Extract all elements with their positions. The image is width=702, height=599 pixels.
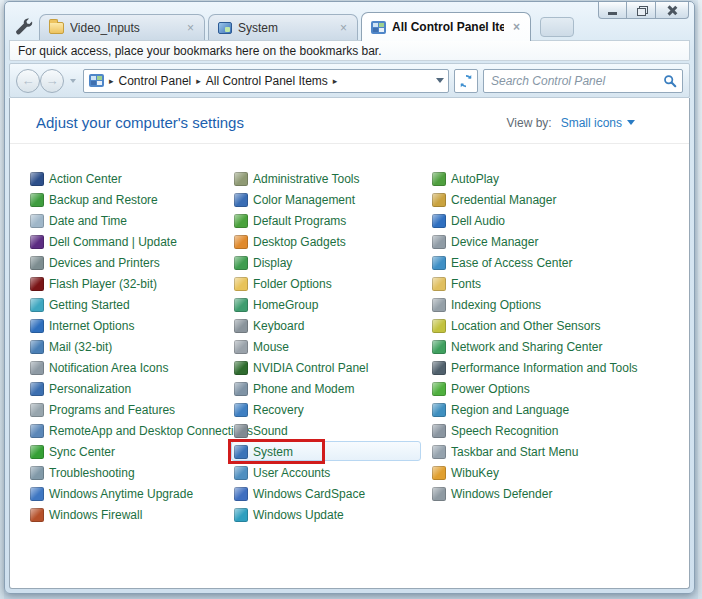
taskbar-and-start-menu-icon (432, 445, 446, 459)
item-label: HomeGroup (253, 298, 318, 312)
search-input[interactable] (491, 74, 663, 88)
view-by-dropdown[interactable]: Small icons (561, 116, 635, 130)
control-panel-item-region-and-language[interactable]: Region and Language (432, 399, 689, 420)
control-panel-item-indexing-options[interactable]: Indexing Options (432, 294, 689, 315)
control-panel-item-internet-options[interactable]: Internet Options (30, 315, 234, 336)
search-box[interactable] (483, 69, 683, 93)
item-label: Phone and Modem (253, 382, 354, 396)
control-panel-item-getting-started[interactable]: Getting Started (30, 294, 234, 315)
control-panel-item-remoteapp-and-desktop-connections[interactable]: RemoteApp and Desktop Connections (30, 420, 234, 441)
control-panel-item-performance-information-and-tools[interactable]: Performance Information and Tools (432, 357, 689, 378)
performance-information-and-tools-icon (432, 361, 446, 375)
item-label: WibuKey (451, 466, 499, 480)
breadcrumb-all-control-panel-items[interactable]: All Control Panel Items (206, 74, 328, 88)
control-panel-item-flash-player-32-bit[interactable]: Flash Player (32-bit) (30, 273, 234, 294)
control-panel-item-credential-manager[interactable]: Credential Manager (432, 189, 689, 210)
control-panel-item-display[interactable]: Display (234, 252, 432, 273)
control-panel-item-windows-anytime-upgrade[interactable]: Windows Anytime Upgrade (30, 483, 234, 504)
item-label: Credential Manager (451, 193, 556, 207)
keyboard-icon (234, 319, 248, 333)
search-icon[interactable] (663, 74, 677, 88)
control-panel-item-autoplay[interactable]: AutoPlay (432, 168, 689, 189)
tab-system[interactable]: System × (208, 14, 358, 40)
annotation-red-box (228, 439, 325, 464)
control-panel-item-network-and-sharing-center[interactable]: Network and Sharing Center (432, 336, 689, 357)
history-dropdown-icon[interactable] (70, 79, 76, 83)
control-panel-item-dell-audio[interactable]: Dell Audio (432, 210, 689, 231)
item-label: Default Programs (253, 214, 346, 228)
control-panel-item-desktop-gadgets[interactable]: Desktop Gadgets (234, 231, 432, 252)
indexing-options-icon (432, 298, 446, 312)
breadcrumb-control-panel[interactable]: Control Panel (119, 74, 192, 88)
control-panel-item-power-options[interactable]: Power Options (432, 378, 689, 399)
control-panel-item-sound[interactable]: Sound (234, 420, 432, 441)
control-panel-item-windows-cardspace[interactable]: Windows CardSpace (234, 483, 432, 504)
back-button[interactable]: ← (16, 69, 40, 93)
location-and-other-sensors-icon (432, 319, 446, 333)
administrative-tools-icon (234, 172, 248, 186)
control-panel-item-backup-and-restore[interactable]: Backup and Restore (30, 189, 234, 210)
control-panel-item-date-and-time[interactable]: Date and Time (30, 210, 234, 231)
control-panel-item-phone-and-modem[interactable]: Phone and Modem (234, 378, 432, 399)
control-panel-item-speech-recognition[interactable]: Speech Recognition (432, 420, 689, 441)
tab-close-icon[interactable]: × (337, 21, 350, 35)
content-header: Adjust your computer's settings View by:… (10, 98, 689, 143)
control-panel-item-notification-area-icons[interactable]: Notification Area Icons (30, 357, 234, 378)
control-panel-item-personalization[interactable]: Personalization (30, 378, 234, 399)
close-button[interactable] (656, 2, 689, 19)
control-panel-item-ease-of-access-center[interactable]: Ease of Access Center (432, 252, 689, 273)
control-panel-content: Adjust your computer's settings View by:… (9, 98, 690, 589)
control-panel-item-color-management[interactable]: Color Management (234, 189, 432, 210)
control-panel-item-default-programs[interactable]: Default Programs (234, 210, 432, 231)
refresh-button[interactable] (454, 69, 478, 93)
control-panel-item-fonts[interactable]: Fonts (432, 273, 689, 294)
item-label: Ease of Access Center (451, 256, 572, 270)
control-panel-item-troubleshooting[interactable]: Troubleshooting (30, 462, 234, 483)
tab-label: All Control Panel Items (392, 20, 504, 34)
minimize-icon (608, 12, 617, 15)
items-column-3: AutoPlayCredential ManagerDell AudioDevi… (432, 168, 689, 525)
control-panel-item-location-and-other-sensors[interactable]: Location and Other Sensors (432, 315, 689, 336)
tab-close-icon[interactable]: × (510, 20, 523, 34)
control-panel-item-taskbar-and-start-menu[interactable]: Taskbar and Start Menu (432, 441, 689, 462)
control-panel-item-user-accounts[interactable]: User Accounts (234, 462, 432, 483)
control-panel-item-wibukey[interactable]: WibuKey (432, 462, 689, 483)
folder-options-icon (234, 277, 248, 291)
control-panel-item-folder-options[interactable]: Folder Options (234, 273, 432, 294)
control-panel-item-windows-defender[interactable]: Windows Defender (432, 483, 689, 504)
item-label: Programs and Features (49, 403, 175, 417)
item-label: Sync Center (49, 445, 115, 459)
control-panel-item-system[interactable]: System (234, 441, 432, 462)
minimize-button[interactable] (598, 2, 627, 19)
tab-all-control-panel-items[interactable]: All Control Panel Items × (361, 12, 531, 41)
control-panel-item-sync-center[interactable]: Sync Center (30, 441, 234, 462)
bookmarks-bar: For quick access, place your bookmarks h… (9, 40, 690, 61)
control-panel-item-homegroup[interactable]: HomeGroup (234, 294, 432, 315)
control-panel-item-device-manager[interactable]: Device Manager (432, 231, 689, 252)
control-panel-item-mail-32-bit[interactable]: Mail (32-bit) (30, 336, 234, 357)
control-panel-item-nvidia-control-panel[interactable]: NVIDIA Control Panel (234, 357, 432, 378)
control-panel-item-keyboard[interactable]: Keyboard (234, 315, 432, 336)
new-tab-button[interactable] (540, 17, 574, 37)
control-panel-item-mouse[interactable]: Mouse (234, 336, 432, 357)
item-label: Region and Language (451, 403, 569, 417)
dell-command-update-icon (30, 235, 44, 249)
restore-button[interactable] (627, 2, 656, 19)
control-panel-item-administrative-tools[interactable]: Administrative Tools (234, 168, 432, 189)
control-panel-item-action-center[interactable]: Action Center (30, 168, 234, 189)
item-label: Dell Command | Update (49, 235, 177, 249)
forward-button[interactable]: → (40, 69, 64, 93)
item-label: Getting Started (49, 298, 130, 312)
control-panel-item-windows-firewall[interactable]: Windows Firewall (30, 504, 234, 525)
control-panel-item-windows-update[interactable]: Windows Update (234, 504, 432, 525)
navigation-toolbar: ← → ▸ Control Panel ▸ All Control Panel … (9, 63, 690, 98)
address-dropdown-icon[interactable] (436, 78, 444, 83)
control-panel-item-dell-command-update[interactable]: Dell Command | Update (30, 231, 234, 252)
tab-close-icon[interactable]: × (184, 21, 197, 35)
address-bar[interactable]: ▸ Control Panel ▸ All Control Panel Item… (83, 69, 449, 93)
control-panel-item-devices-and-printers[interactable]: Devices and Printers (30, 252, 234, 273)
wrench-settings-icon[interactable] (15, 17, 33, 35)
control-panel-item-programs-and-features[interactable]: Programs and Features (30, 399, 234, 420)
control-panel-item-recovery[interactable]: Recovery (234, 399, 432, 420)
tab-video-inputs[interactable]: Video_Inputs × (39, 14, 205, 40)
